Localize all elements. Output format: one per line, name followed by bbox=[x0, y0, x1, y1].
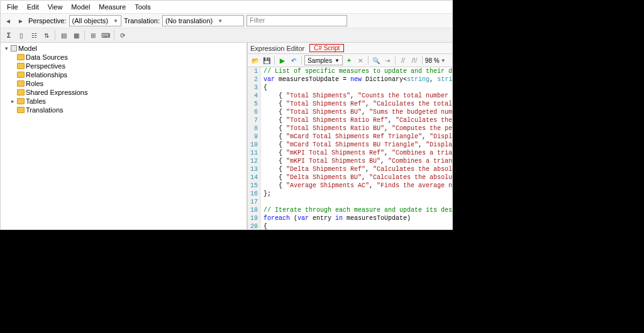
chevron-down-icon: ▼ bbox=[113, 18, 118, 24]
run-icon[interactable]: ▶ bbox=[277, 55, 287, 65]
app-window: File Edit View Model Measure Tools ◄ ► P… bbox=[0, 0, 453, 230]
forward-icon[interactable]: ► bbox=[16, 16, 26, 26]
collapse-icon[interactable]: ▾ bbox=[3, 44, 9, 53]
find-icon[interactable]: 🔍 bbox=[371, 55, 381, 65]
tree-item-label: Relationships bbox=[26, 70, 67, 79]
tree-item-label: Roles bbox=[26, 79, 43, 88]
chevron-down-icon: ▼ bbox=[441, 58, 446, 63]
menu-model[interactable]: Model bbox=[67, 2, 94, 12]
tree-item[interactable]: Data Sources bbox=[2, 53, 245, 62]
expression-editor-pane: Expression Editor C# Script 📂 💾 ▶ ↶ Samp… bbox=[247, 43, 452, 229]
folder-icon bbox=[17, 107, 25, 113]
samples-select[interactable]: Samples ▼ bbox=[304, 55, 343, 65]
tree-item[interactable]: ▸Tables bbox=[2, 97, 245, 106]
tree-root-label: Model bbox=[18, 44, 37, 53]
tree-item-label: Tables bbox=[26, 97, 46, 106]
folder-icon bbox=[17, 89, 25, 96]
tree-item[interactable]: Translations bbox=[2, 106, 245, 114]
folder-icon bbox=[17, 98, 25, 104]
tree-item[interactable]: Shared Expressions bbox=[2, 88, 245, 97]
tree-item[interactable]: Perspectives bbox=[2, 62, 245, 70]
chevron-down-icon: ▼ bbox=[335, 58, 340, 63]
tree-item-label: Translations bbox=[26, 106, 64, 114]
ee-header: Expression Editor C# Script bbox=[248, 43, 452, 54]
add-icon[interactable]: ＋ bbox=[344, 55, 354, 65]
hierarchy-icon[interactable]: ☷ bbox=[28, 30, 40, 41]
menu-edit[interactable]: Edit bbox=[23, 2, 43, 12]
tree-item[interactable]: Relationships bbox=[2, 70, 245, 79]
ee-title: Expression Editor bbox=[250, 45, 304, 52]
chevron-down-icon: ▼ bbox=[218, 18, 223, 24]
main-split: ▾ Model Data SourcesPerspectivesRelation… bbox=[1, 43, 452, 229]
save-icon[interactable]: 💾 bbox=[262, 55, 272, 65]
samples-label: Samples bbox=[308, 57, 332, 64]
menu-measure[interactable]: Measure bbox=[95, 2, 130, 12]
ee-toolbar: 📂 💾 ▶ ↶ Samples ▼ ＋ ✕ 🔍 ⇥ // /!/ 9 bbox=[248, 54, 452, 67]
folder-icon bbox=[17, 80, 25, 87]
comment-icon[interactable]: // bbox=[398, 55, 408, 65]
perspective-label: Perspective: bbox=[28, 17, 67, 25]
line-gutter: 1234567891011121314151617181920212223242… bbox=[248, 67, 261, 229]
toolbar-icons: Σ ▯ ☷ ⇅ ▤ ▦ ⊞ ⌨ ⟳ bbox=[1, 28, 452, 43]
uncomment-icon[interactable]: /!/ bbox=[409, 55, 419, 65]
folder-icon[interactable]: ▤ bbox=[58, 30, 69, 41]
menu-file[interactable]: File bbox=[3, 2, 22, 12]
refresh-icon[interactable]: ⟳ bbox=[117, 30, 128, 41]
translation-select[interactable]: (No translation) ▼ bbox=[162, 15, 244, 26]
menu-view[interactable]: View bbox=[44, 2, 67, 12]
perspective-select[interactable]: (All objects) ▼ bbox=[69, 15, 121, 26]
column-icon[interactable]: ▯ bbox=[16, 30, 27, 41]
folder-icon bbox=[17, 54, 25, 60]
translation-label: Translation: bbox=[124, 17, 160, 25]
model-tree[interactable]: ▾ Model Data SourcesPerspectivesRelation… bbox=[1, 43, 247, 229]
display-icon[interactable]: ▦ bbox=[70, 30, 82, 41]
tree-item-label: Shared Expressions bbox=[26, 88, 87, 97]
script-icon[interactable]: ⌨ bbox=[100, 30, 111, 41]
tree-root[interactable]: ▾ Model bbox=[2, 44, 245, 53]
menu-tools[interactable]: Tools bbox=[131, 2, 155, 12]
translation-value: (No translation) bbox=[165, 17, 213, 25]
sigma-icon[interactable]: Σ bbox=[3, 30, 14, 41]
sort-icon[interactable]: ⇅ bbox=[41, 30, 52, 41]
menu-bar: File Edit View Model Measure Tools bbox=[1, 1, 452, 14]
tree-item[interactable]: Roles bbox=[2, 79, 245, 88]
indent-icon[interactable]: ⇥ bbox=[382, 55, 392, 65]
folder-icon bbox=[17, 72, 25, 78]
zoom-value[interactable]: 98 % bbox=[425, 57, 440, 64]
code-editor[interactable]: 1234567891011121314151617181920212223242… bbox=[248, 67, 452, 229]
filter-input[interactable]: Filter bbox=[247, 15, 347, 26]
toolbar-perspective: ◄ ► Perspective: (All objects) ▼ Transla… bbox=[1, 14, 452, 28]
perspective-value: (All objects) bbox=[72, 17, 108, 25]
back-icon[interactable]: ◄ bbox=[3, 16, 13, 26]
table-icon[interactable]: ⊞ bbox=[87, 30, 99, 41]
expand-icon[interactable]: ▸ bbox=[9, 97, 16, 106]
folder-icon bbox=[17, 63, 25, 69]
ee-script-tab[interactable]: C# Script bbox=[309, 44, 344, 52]
code-area[interactable]: // List of specific measures to update a… bbox=[261, 67, 452, 229]
tree-item-label: Data Sources bbox=[26, 53, 68, 62]
tree-item-label: Perspectives bbox=[26, 62, 65, 70]
model-icon bbox=[11, 45, 17, 52]
delete-icon[interactable]: ✕ bbox=[355, 55, 365, 65]
open-icon[interactable]: 📂 bbox=[250, 55, 260, 65]
undo-icon[interactable]: ↶ bbox=[289, 55, 299, 65]
